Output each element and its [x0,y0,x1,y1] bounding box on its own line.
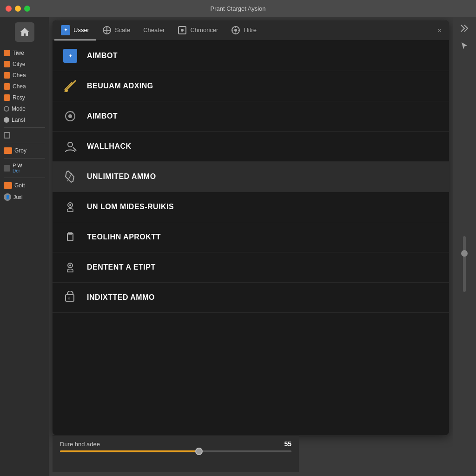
right-slider-track[interactable] [463,236,466,292]
sidebar-item-tiwe[interactable]: Tiwe [0,47,49,59]
sidebar-label-chea1: Chea [13,72,26,79]
list-item-aimbot2[interactable]: * AIMBOT [53,101,449,132]
right-btn-cursor[interactable] [457,38,472,53]
list-item-wallhack[interactable]: WALLHACK [53,132,449,162]
list-item-indixtted[interactable]: × INDIXTTED AMMO [53,283,449,313]
wallhack-icon [62,138,79,155]
traffic-lights [6,6,30,12]
sidebar-dot-citye [4,61,10,67]
slider-fill [60,450,199,452]
sidebar-divider-2 [4,143,45,143]
sidebar-item-lansl[interactable]: Lansl [0,114,49,126]
list-item-beuuam[interactable]: BEUUAM ADXING [53,71,449,101]
svg-text:×: × [68,297,70,301]
sidebar-circle-mode [4,106,9,112]
sidebar-person-icon: 👤 [4,193,11,201]
svg-point-17 [69,204,71,206]
slider-track[interactable] [60,450,291,452]
sidebar-item-citye[interactable]: Citye [0,59,49,70]
sidebar-dot-tiwe [4,50,10,56]
tab-usser-label: Usser [73,26,89,33]
sidebar-item-groy[interactable]: Groy [0,145,49,156]
center-area: Usser Scate Cheater [49,17,453,476]
sidebar-dot-chea2 [4,83,10,90]
sidebar-label-groy: Groy [14,147,26,154]
tab-scate[interactable]: Scate [96,20,137,40]
sidebar-label-chea2: Chea [13,83,26,90]
slider-thumb[interactable] [195,448,203,455]
teolihn-icon [62,229,79,245]
tab-cheater-label: Cheater [143,26,165,33]
sidebar-item-checkbox[interactable] [0,130,49,141]
bottom-bar-label: Dure hnd adee [60,441,100,448]
beuuam-icon [62,78,79,94]
sidebar-group-icon [4,147,12,154]
sidebar-divider-1 [4,127,45,128]
sidebar-label-lansl: Lansl [12,117,25,123]
ammo-icon [62,168,79,185]
window-title: Prant Ctarget Aysion [211,5,266,12]
list-item-unlom[interactable]: UN LOM MIDES-RUIKIS [53,192,449,222]
sidebar-divider-3 [4,158,45,159]
sidebar: Tiwe Citye Chea Chea Rcsy Mode Lansl [0,17,49,476]
sidebar-label-gott: Gott [14,182,25,189]
svg-point-13 [68,142,73,147]
svg-point-21 [69,264,71,266]
chmoricer-icon [178,26,187,35]
list-item-teolihn[interactable]: TEOLIHN APROKTT [53,222,449,252]
right-slider-thumb[interactable] [461,250,468,257]
list-item-unlimited-ammo-label: UNLIMITED AMMO [87,172,156,181]
sidebar-item-rcsy[interactable]: Rcsy [0,92,49,103]
panel-close-button[interactable]: × [432,20,447,40]
sidebar-label-just: Jusl [13,194,23,200]
sidebar-item-just[interactable]: 👤 Jusl [0,191,49,203]
sidebar-circle-lansl [4,117,9,123]
list-item-aimbot1[interactable]: AIMBOT [53,41,449,71]
list-item-dentent-label: DENTENT A ETIPT [87,263,156,271]
svg-point-9 [65,89,68,92]
sidebar-checkbox[interactable] [4,132,10,139]
sidebar-pw-icon [4,165,10,172]
list-item-unlimited-ammo[interactable]: UNLIMITED AMMO [53,162,449,192]
list-item-beuuam-label: BEUUAM ADXING [87,82,153,90]
sidebar-item-mode[interactable]: Mode [0,103,49,114]
tab-bar: Usser Scate Cheater [53,20,449,41]
tab-chmoricer-label: Chmoricer [190,26,218,33]
sidebar-dot-chea1 [4,72,10,79]
minimize-button-traffic[interactable] [15,6,21,12]
right-sidebar [453,17,476,476]
svg-text:*: * [72,110,73,114]
usser-icon [61,26,70,35]
home-button[interactable] [15,22,34,42]
list-item-indixtted-label: INDIXTTED AMMO [87,293,155,302]
sidebar-item-pw[interactable]: P W Der [0,160,49,176]
list-item-dentent[interactable]: DENTENT A ETIPT [53,252,449,283]
list-item-teolihn-label: TEOLIHN APROKTT [87,233,161,241]
right-btn-arrow[interactable] [457,20,472,35]
sidebar-item-chea1[interactable]: Chea [0,70,49,81]
svg-point-11 [68,114,72,118]
sidebar-label-mode: Mode [12,106,26,112]
list-item-aimbot1-label: AIMBOT [87,52,118,60]
title-bar: Prant Ctarget Aysion [0,0,476,17]
main-layout: Tiwe Citye Chea Chea Rcsy Mode Lansl [0,17,476,476]
close-button-traffic[interactable] [6,6,12,12]
aimbot-icon-1 [62,47,79,64]
right-slider-area [463,56,466,472]
svg-point-4 [181,29,184,32]
sidebar-item-chea2[interactable]: Chea [0,81,49,92]
unlom-icon [62,198,79,215]
sidebar-divider-4 [4,178,45,178]
dentent-icon [62,259,79,276]
content-list[interactable]: AIMBOT BEUUAM ADXING [53,41,449,435]
sidebar-dot-rcsy [4,94,10,101]
sidebar-label-citye: Citye [13,61,25,67]
tab-cheater[interactable]: Cheater [137,20,171,40]
tab-chmoricer[interactable]: Chmoricer [171,20,225,40]
tab-usser[interactable]: Usser [54,20,96,40]
tab-hitre[interactable]: Hitre [225,20,263,40]
indixtted-icon: × [62,289,79,306]
svg-point-6 [234,29,237,32]
maximize-button-traffic[interactable] [24,6,30,12]
sidebar-item-gott[interactable]: Gott [0,180,49,191]
